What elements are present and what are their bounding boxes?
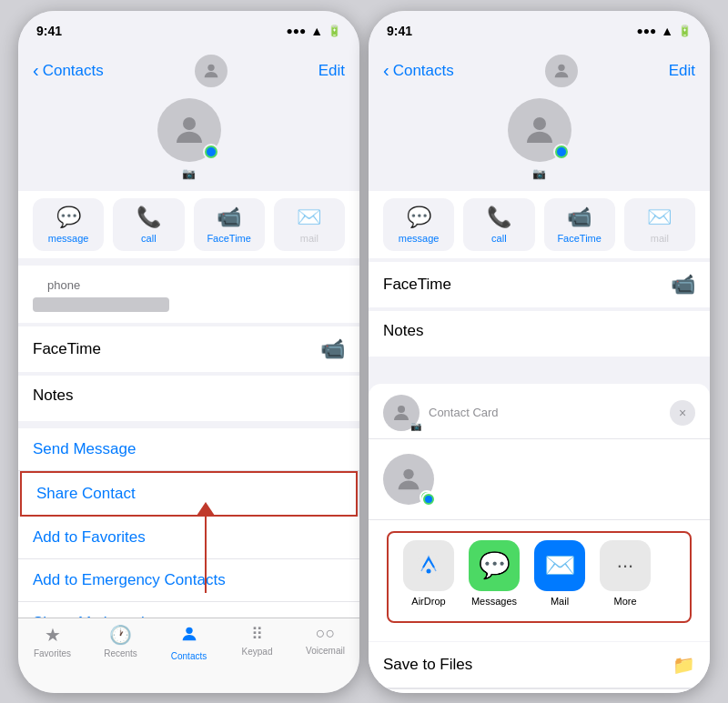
right-message-button[interactable]: 💬 message (383, 198, 454, 251)
right-facetime-section: FaceTime 📹 (369, 262, 710, 307)
right-contact-avatar-nav (545, 55, 578, 87)
keypad-tab-label: Keypad (242, 647, 273, 657)
facetime-icon: 📹 (217, 206, 241, 229)
message-label: message (48, 233, 89, 244)
right-mail-icon: ✉️ (647, 206, 672, 229)
left-chevron-icon: ‹ (33, 60, 39, 81)
left-nav-bar: ‹ Contacts Edit (18, 51, 359, 91)
svg-point-8 (403, 468, 413, 478)
call-label: call (141, 233, 157, 244)
right-status-time: 9:41 (387, 24, 412, 38)
left-facetime-row-icon: 📹 (320, 337, 345, 361)
left-facetime-button[interactable]: 📹 FaceTime (194, 198, 265, 251)
right-phone: 9:41 ●●● ▲ 🔋 ‹ Contacts Edit (369, 11, 710, 693)
right-call-icon: 📞 (487, 206, 511, 229)
edit-actions-button[interactable]: Edit Actions... (369, 688, 710, 693)
facetime-label: FaceTime (207, 233, 251, 244)
right-facetime-button[interactable]: 📹 FaceTime (544, 198, 615, 251)
right-facetime-icon: 📹 (567, 206, 592, 229)
airdrop-icon (403, 540, 454, 591)
share-icons-container: AirDrop 💬 Messages ✉️ Mail (369, 520, 710, 641)
svg-point-10 (427, 568, 431, 573)
left-facetime-text: FaceTime (33, 340, 101, 358)
right-call-button[interactable]: 📞 call (463, 198, 534, 251)
right-back-button[interactable]: ‹ Contacts (383, 60, 454, 81)
mail-icon: ✉️ (534, 540, 585, 591)
left-badge-dot (207, 147, 216, 156)
left-notes-section: Notes (18, 376, 359, 421)
favorites-icon: ★ (45, 624, 61, 646)
left-tab-recents[interactable]: 🕐 Recents (86, 624, 155, 658)
voicemail-icon: ○○ (316, 624, 336, 643)
left-tab-favorites[interactable]: ★ Favorites (18, 624, 86, 658)
left-notes-label: Notes (33, 387, 73, 404)
share-sheet-close-button[interactable]: × (670, 400, 695, 426)
right-avatar (508, 98, 571, 162)
mail-share-button[interactable]: ✉️ Mail (534, 540, 585, 607)
svg-point-1 (183, 117, 196, 130)
svg-point-6 (533, 117, 546, 130)
left-send-message-item[interactable]: Send Message (18, 428, 359, 471)
right-status-bar: 9:41 ●●● ▲ 🔋 (369, 11, 710, 51)
left-tab-bar: ★ Favorites 🕐 Recents Contacts ⠿ Keypad (18, 618, 359, 693)
save-to-files-button[interactable]: Save to Files 📁 (369, 642, 710, 688)
left-phone: 9:41 ●●● ▲ 🔋 ‹ Contacts Edit (18, 11, 359, 693)
left-phone-section: phone (18, 266, 359, 323)
left-message-button[interactable]: 💬 message (33, 198, 104, 251)
left-tab-keypad[interactable]: ⠿ Keypad (223, 624, 291, 657)
message-icon: 💬 (56, 206, 81, 229)
recents-icon: 🕐 (109, 624, 132, 646)
right-nav-bar: ‹ Contacts Edit (369, 51, 710, 91)
left-camera-badge: 📷 (182, 167, 196, 180)
right-signal-icon: ●●● (636, 25, 656, 37)
messages-share-button[interactable]: 💬 Messages (469, 540, 520, 607)
left-edit-button[interactable]: Edit (318, 62, 345, 80)
left-facetime-row[interactable]: FaceTime 📹 (18, 326, 359, 372)
recents-tab-label: Recents (104, 648, 137, 658)
more-icon: ··· (600, 540, 651, 591)
svg-point-5 (558, 64, 564, 70)
airdrop-label: AirDrop (411, 596, 445, 607)
left-tab-voicemail[interactable]: ○○ Voicemail (291, 624, 359, 656)
right-notes-section: Notes (369, 311, 710, 357)
left-status-time: 9:41 (36, 24, 62, 38)
left-facetime-section: FaceTime 📹 (18, 326, 359, 372)
left-call-button[interactable]: 📞 call (113, 198, 184, 251)
share-sheet-title: Contact Card (429, 406, 499, 419)
svg-point-2 (186, 627, 192, 633)
messages-label: Messages (471, 596, 517, 607)
right-mail-button: ✉️ mail (624, 198, 695, 251)
left-back-button[interactable]: ‹ Contacts (33, 60, 104, 81)
right-back-label: Contacts (393, 62, 454, 80)
more-label: More (613, 596, 636, 607)
left-contact-header: 📷 (18, 91, 359, 191)
right-message-label: message (399, 233, 440, 244)
left-avatar (157, 98, 221, 162)
signal-icon: ●●● (286, 25, 306, 37)
mail-icon: ✉️ (297, 206, 321, 229)
airdrop-share-button[interactable]: AirDrop (403, 540, 454, 607)
share-contact-info: 📷 Contact Card (383, 395, 499, 431)
more-share-button[interactable]: ··· More (600, 540, 651, 607)
right-call-label: call (491, 233, 507, 244)
right-facetime-row[interactable]: FaceTime 📹 (369, 262, 710, 307)
preview-dot (425, 496, 432, 503)
left-phone-value (33, 297, 169, 312)
share-preview-avatar (383, 454, 434, 505)
right-camera-badge: 📷 (532, 167, 546, 180)
left-avatar-badge (203, 144, 219, 160)
left-mail-button: ✉️ mail (274, 198, 345, 251)
right-contact-header: 📷 (369, 91, 710, 191)
files-icon: 📁 (672, 654, 695, 676)
right-chevron-icon: ‹ (383, 60, 389, 81)
right-facetime-text: FaceTime (383, 276, 451, 294)
right-edit-button[interactable]: Edit (669, 62, 695, 80)
left-status-bar: 9:41 ●●● ▲ 🔋 (18, 11, 359, 51)
keypad-icon: ⠿ (251, 624, 263, 644)
mail-label: mail (300, 233, 318, 244)
svg-point-0 (207, 64, 214, 70)
right-wifi-icon: ▲ (661, 24, 673, 38)
left-tab-contacts[interactable]: Contacts (155, 624, 223, 661)
svg-point-7 (398, 406, 405, 413)
left-action-buttons: 💬 message 📞 call 📹 FaceTime ✉️ mail (18, 191, 359, 258)
